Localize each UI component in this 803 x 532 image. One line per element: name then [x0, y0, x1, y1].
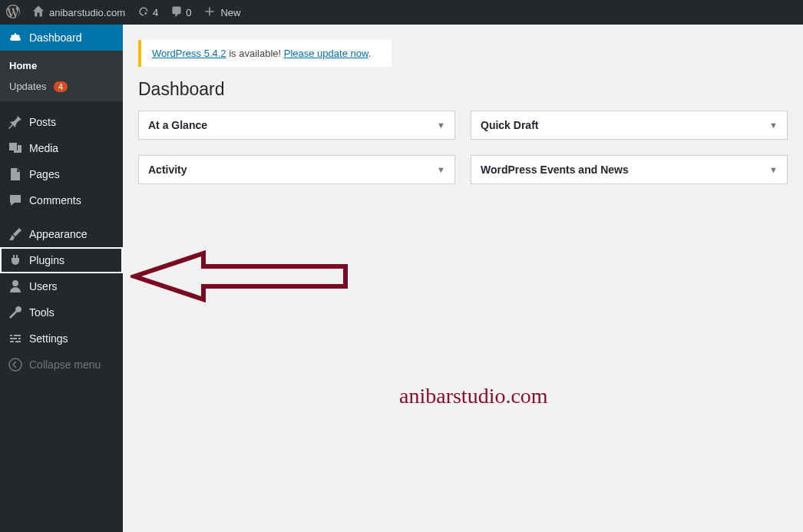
widget-title: WordPress Events and News — [481, 164, 629, 176]
sidebar-item-label: Tools — [29, 306, 55, 319]
sidebar-item-label: Dashboard — [29, 31, 82, 44]
site-name-menu[interactable]: anibarstudio.com — [26, 0, 131, 25]
update-notice: WordPress 5.4.2 is available! Please upd… — [138, 40, 392, 67]
watermark-text: anibarstudio.com — [399, 384, 548, 408]
sidebar-item-comments[interactable]: Comments — [0, 187, 123, 213]
sidebar-item-users[interactable]: Users — [0, 273, 123, 299]
collapse-menu-button[interactable]: Collapse menu — [0, 352, 123, 378]
submenu-item-home[interactable]: Home — [0, 55, 123, 76]
version-link[interactable]: WordPress 5.4.2 — [152, 48, 226, 59]
widget-header[interactable]: At a Glance ▼ — [139, 111, 454, 139]
content-area: WordPress 5.4.2 is available! Please upd… — [123, 25, 803, 200]
media-icon — [8, 140, 23, 156]
sidebar-item-label: Appearance — [29, 228, 88, 240]
new-label: New — [220, 7, 240, 18]
wp-logo-menu[interactable] — [0, 0, 26, 25]
chevron-down-icon: ▼ — [437, 165, 445, 174]
notice-period: . — [368, 48, 372, 59]
sidebar-item-settings[interactable]: Settings — [0, 325, 123, 352]
widget-at-a-glance: At a Glance ▼ — [138, 111, 455, 140]
updates-count: 4 — [153, 7, 158, 18]
sidebar-item-dashboard[interactable]: Dashboard — [0, 25, 123, 51]
updates-label: Updates — [9, 81, 46, 92]
admin-sidebar: Dashboard Home Updates 4 Posts Media Pag… — [0, 25, 123, 532]
widget-title: Quick Draft — [481, 119, 538, 131]
widget-title: At a Glance — [148, 119, 207, 131]
plus-icon — [203, 5, 216, 20]
sidebar-item-label: Users — [29, 280, 58, 292]
sidebar-item-label: Comments — [29, 194, 81, 207]
collapse-icon — [8, 357, 23, 372]
comments-menu[interactable]: 0 — [164, 0, 197, 25]
sidebar-item-plugins[interactable]: Plugins — [0, 247, 123, 273]
page-title: Dashboard — [138, 79, 788, 100]
collapse-label: Collapse menu — [29, 359, 101, 371]
sidebar-item-pages[interactable]: Pages — [0, 161, 123, 187]
dashboard-widgets: At a Glance ▼ Activity ▼ Quick Draft ▼ — [138, 111, 788, 184]
widget-events-news: WordPress Events and News ▼ — [471, 155, 788, 184]
site-name-label: anibarstudio.com — [49, 7, 125, 18]
dashboard-submenu: Home Updates 4 — [0, 51, 123, 101]
updates-menu[interactable]: 4 — [131, 0, 164, 25]
plugin-icon — [8, 253, 23, 268]
wordpress-icon — [6, 5, 20, 21]
annotation-arrow — [131, 249, 353, 306]
notice-text: is available! — [226, 48, 284, 59]
wrench-icon — [8, 305, 23, 320]
sliders-icon — [8, 331, 23, 346]
home-icon — [32, 5, 45, 20]
widget-title: Activity — [148, 164, 187, 176]
sidebar-item-label: Settings — [29, 332, 68, 345]
sidebar-item-media[interactable]: Media — [0, 135, 123, 161]
comment-icon — [170, 5, 183, 20]
updates-badge: 4 — [54, 81, 68, 92]
sidebar-item-label: Plugins — [29, 254, 64, 266]
admin-bar: anibarstudio.com 4 0 New — [0, 0, 803, 25]
sidebar-item-tools[interactable]: Tools — [0, 299, 123, 325]
widget-quick-draft: Quick Draft ▼ — [471, 111, 788, 140]
page-icon — [8, 167, 23, 182]
submenu-item-updates[interactable]: Updates 4 — [0, 76, 123, 97]
widget-header[interactable]: WordPress Events and News ▼ — [471, 156, 787, 183]
pin-icon — [8, 114, 23, 130]
sidebar-item-posts[interactable]: Posts — [0, 109, 123, 135]
chevron-down-icon: ▼ — [769, 121, 778, 130]
widget-activity: Activity ▼ — [138, 155, 455, 184]
dashboard-icon — [8, 30, 23, 45]
widget-header[interactable]: Activity ▼ — [139, 156, 454, 183]
svg-point-0 — [9, 359, 21, 371]
brush-icon — [8, 226, 23, 242]
sidebar-item-label: Media — [29, 142, 58, 154]
chevron-down-icon: ▼ — [437, 121, 445, 130]
widget-header[interactable]: Quick Draft ▼ — [471, 111, 787, 139]
sidebar-item-appearance[interactable]: Appearance — [0, 221, 123, 247]
comments-count: 0 — [186, 7, 191, 18]
chevron-down-icon: ▼ — [769, 165, 778, 174]
user-icon — [8, 279, 23, 294]
sidebar-item-label: Posts — [29, 116, 56, 128]
comment-icon — [8, 193, 23, 208]
new-content-menu[interactable]: New — [197, 0, 246, 25]
update-now-link[interactable]: Please update now — [284, 48, 368, 59]
sidebar-item-label: Pages — [29, 168, 60, 180]
update-icon — [137, 5, 150, 20]
